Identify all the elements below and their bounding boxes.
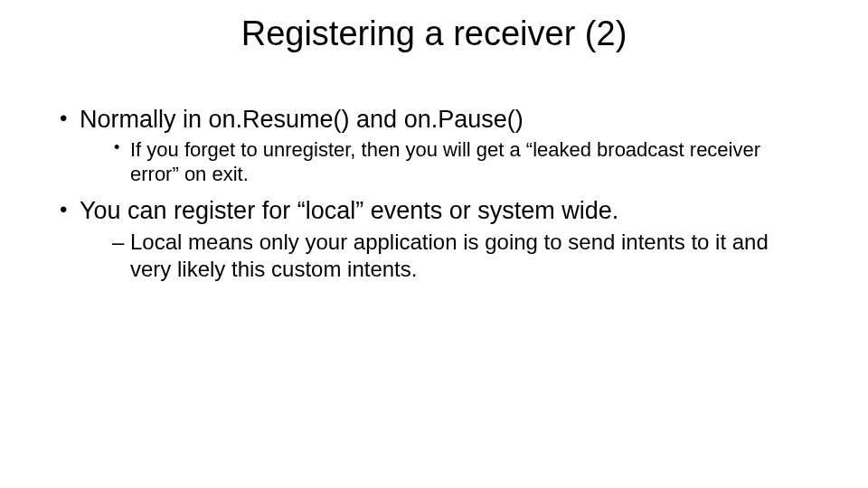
sub-list: Local means only your application is goi… <box>80 229 814 284</box>
slide-title: Registering a receiver (2) <box>0 14 868 53</box>
slide-body: Normally in on.Resume() and on.Pause() I… <box>54 105 814 293</box>
sub-list: If you forget to unregister, then you wi… <box>80 137 814 187</box>
list-item-text: You can register for “local” events or s… <box>80 197 618 224</box>
bullet-list: Normally in on.Resume() and on.Pause() I… <box>54 105 814 284</box>
list-item-text: Local means only your application is goi… <box>130 230 769 282</box>
list-item-text: If you forget to unregister, then you wi… <box>130 138 760 186</box>
list-item: Local means only your application is goi… <box>112 229 814 284</box>
slide: Registering a receiver (2) Normally in o… <box>0 0 868 488</box>
list-item: Normally in on.Resume() and on.Pause() I… <box>54 105 814 187</box>
list-item: If you forget to unregister, then you wi… <box>112 137 814 187</box>
list-item: You can register for “local” events or s… <box>54 196 814 284</box>
list-item-text: Normally in on.Resume() and on.Pause() <box>80 106 524 133</box>
